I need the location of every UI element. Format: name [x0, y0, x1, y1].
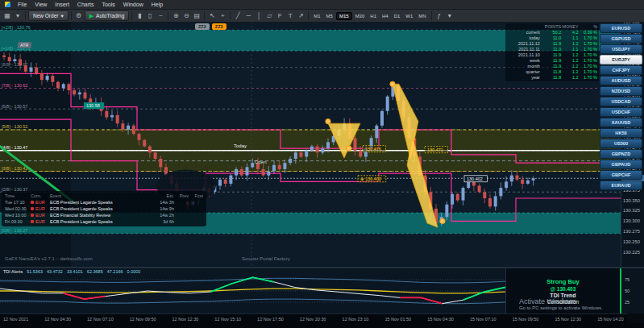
symbol-button-gbpaud[interactable]: GBPAUD [600, 160, 642, 169]
svg-text:130.471: 130.471 [427, 147, 443, 152]
zigzag-button-zz2[interactable]: ZZ2 [195, 23, 210, 30]
symbol-button-audusd[interactable]: AUDUSD [600, 76, 642, 85]
horizontal-line-icon[interactable]: ─ [243, 11, 253, 21]
event-time: Wed 02:30 [5, 206, 31, 212]
calendar-event-row: Fri 09:30EURECB President Lagarde Speaks… [5, 218, 203, 225]
menu-window[interactable]: Window [119, 0, 147, 9]
menu-tools[interactable]: Tools [98, 0, 118, 9]
stats-points: 11.9 [542, 64, 561, 69]
symbol-button-gbpchf[interactable]: GBPCHF [600, 170, 642, 180]
stats-percent: 1.70 % [579, 35, 599, 41]
timeframe-m1[interactable]: M1 [311, 13, 322, 19]
timeframe-h4[interactable]: H4 [380, 13, 391, 19]
toolbar-separator [431, 11, 432, 20]
new-chart-icon[interactable]: ▦ [2, 11, 12, 21]
stats-percent: 1.70 % [579, 75, 599, 81]
timeline-label: 12 Nov 15:10 [214, 317, 241, 322]
zoom-out-icon[interactable]: ⊖ [181, 11, 191, 21]
symbol-button-chfjpy[interactable]: CHFJPY [600, 65, 642, 75]
event-countdown: 14w 3h [152, 199, 174, 206]
timeframe-m15[interactable]: M15 [336, 12, 352, 20]
tile-windows-icon[interactable]: ▤ [192, 11, 202, 21]
timeframe-m30[interactable]: M30 [353, 13, 368, 19]
timeline-label: 12 Nov 17:50 [257, 317, 284, 322]
eur-flag-icon [31, 220, 34, 223]
symbol-button-gbpusd[interactable]: GBPUSD [600, 34, 642, 44]
stats-money: 1.2 [561, 52, 578, 58]
stats-label: 2021.11.10 [505, 52, 542, 58]
zigzag-button-zz3[interactable]: ZZ3 [212, 23, 226, 30]
event-countdown: 3d 6h [152, 218, 174, 225]
menu-charts[interactable]: Charts [73, 0, 98, 9]
expert-advisors-icon[interactable]: ⚙ [74, 11, 84, 21]
timeframe-mn[interactable]: MN [416, 13, 428, 19]
cursor-icon[interactable]: ↖ [207, 11, 217, 21]
templates-icon[interactable]: ▾ [445, 11, 455, 21]
fibonacci-icon[interactable]: F [275, 11, 285, 21]
tdi-canvas[interactable] [0, 268, 505, 313]
line-chart-icon[interactable]: ~ [156, 11, 165, 21]
symbol-button-eurjpy[interactable]: EURJPY [600, 55, 642, 64]
event-currency: EUR [31, 206, 50, 212]
symbol-button-xauusd[interactable]: XAUUSD [600, 118, 642, 127]
center-watermark: Scooter Portal Factory [242, 256, 290, 261]
menu-help[interactable]: Help [147, 0, 167, 9]
menu-insert[interactable]: Insert [51, 0, 73, 9]
timeframe-d1[interactable]: D1 [392, 13, 403, 19]
stats-row: quarter11.81.21.70 % [505, 69, 599, 75]
profiles-icon[interactable]: ▾ [13, 11, 23, 21]
murrey-level-label: [6/8] - 130.57 [2, 104, 27, 109]
time-axis[interactable]: 12 Nov 202112 Nov 04:3012 Nov 07:1012 No… [0, 313, 627, 324]
timeframe-m5[interactable]: M5 [324, 13, 335, 19]
channel-icon[interactable]: ▱ [264, 11, 274, 21]
timeline-label: 12 Nov 12:30 [172, 317, 199, 322]
symbol-button-euraud[interactable]: EURAUD [600, 181, 642, 190]
symbol-button-hk50[interactable]: HK50 [600, 128, 642, 138]
event-time: Wed 10:00 [5, 212, 31, 218]
menu-file[interactable]: File [14, 0, 31, 9]
stats-label: current [505, 30, 542, 35]
symbol-button-usdjpy[interactable]: USDJPY [600, 44, 642, 54]
axis-price-label: 130.325 [623, 208, 640, 213]
toolbar-separator [168, 11, 168, 20]
timeframe-h1[interactable]: H1 [368, 13, 379, 19]
murrey-level-label: [5/8] - 130.52 [2, 124, 27, 129]
stats-points: 11.9 [542, 41, 561, 47]
text-label-icon[interactable]: T [285, 11, 295, 21]
symbol-button-eurusd[interactable]: EURUSD [600, 23, 642, 33]
event-countdown: 14w 2h [152, 212, 174, 218]
symbol-button-nzdusd[interactable]: NZDUSD [600, 86, 642, 96]
tdi-axis[interactable]: 755025 [621, 268, 644, 313]
candlestick-chart-icon[interactable]: ▯ [145, 11, 155, 21]
economic-calendar-panel[interactable]: TimeCurn.EventEst.PrevFcstTue 17:10EUREC… [2, 191, 206, 226]
chart-annotation: Today [234, 143, 247, 148]
chart-annotation: Open [255, 160, 267, 164]
symbol-button-gbpnzd[interactable]: GBPNZD [600, 149, 642, 159]
menu-view[interactable]: View [31, 0, 51, 9]
swing-marker [390, 81, 395, 86]
zoom-in-icon[interactable]: ⊕ [171, 11, 181, 21]
symbol-button-usdcad[interactable]: USDCAD [600, 97, 642, 106]
vertical-line-icon[interactable]: │ [254, 11, 264, 21]
events-header-prev: Prev [174, 193, 189, 199]
tdi-level-label: 50 [625, 289, 629, 293]
ea-watermark: GaFX NanoEA's v2.7.1 :: darksoulfx.com [5, 256, 93, 261]
indicators-icon[interactable]: ƒ [434, 11, 444, 21]
performance-stats-panel: POINTSMONEY%current50.24.20.39 %today11.… [505, 23, 599, 81]
event-name: ECB Financial Stability Review [50, 212, 152, 218]
bar-chart-icon[interactable]: ▮ [135, 11, 144, 21]
symbol-button-usdchf[interactable]: USDCHF [600, 107, 642, 117]
arrow-icon[interactable]: ↗ [296, 11, 305, 21]
new-order-button[interactable]: New Order▾ [28, 10, 69, 21]
timeframe-w1[interactable]: W1 [403, 13, 415, 19]
tdi-value: 43.4732 [47, 269, 63, 274]
stats-label: week [505, 58, 542, 64]
autotrading-button[interactable]: ▶AutoTrading [85, 10, 130, 21]
toolbar-separator [308, 11, 309, 20]
murrey-level-label: [+2/8] - 130.76 [2, 25, 31, 30]
stats-points: 11.8 [542, 75, 561, 81]
symbol-button-us500[interactable]: US500 [600, 139, 642, 148]
crosshair-icon[interactable]: + [218, 11, 227, 21]
stats-label: year [505, 75, 542, 81]
trendline-icon[interactable]: ╱ [233, 11, 243, 21]
